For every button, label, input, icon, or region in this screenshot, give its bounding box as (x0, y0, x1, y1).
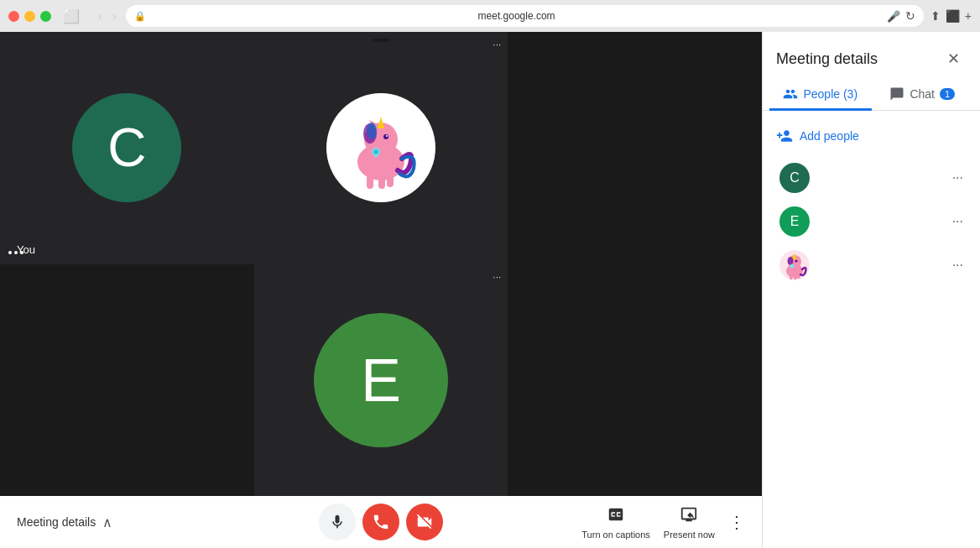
add-person-icon (776, 128, 793, 144)
present-label: Present now (664, 530, 715, 540)
avatar-e-large: E (314, 313, 448, 447)
end-call-button[interactable] (362, 504, 399, 540)
back-button[interactable]: ‹ (95, 8, 106, 24)
tab-people[interactable]: People (3) (769, 80, 872, 111)
forward-button[interactable]: › (109, 8, 120, 24)
dots-menu-bottom-mid[interactable]: ··· (493, 271, 501, 283)
tab-people-label: People (3) (803, 87, 858, 101)
video-cell-bottom-right (508, 264, 762, 497)
video-cell-top-left: C You (0, 32, 254, 264)
svg-rect-10 (387, 175, 394, 187)
video-button[interactable] (406, 504, 443, 540)
svg-rect-8 (367, 175, 373, 189)
captions-label: Turn on captions (581, 530, 650, 540)
svg-point-12 (373, 149, 378, 154)
mic-icon (329, 514, 346, 530)
unicorn-avatar (326, 93, 435, 202)
person-item-e: E ··· (776, 201, 967, 242)
unicorn-panel-svg (779, 250, 810, 280)
reload-button[interactable]: ↻ (905, 9, 915, 23)
you-label: You (17, 243, 35, 256)
person-menu-unicorn[interactable]: ··· (952, 258, 963, 273)
share-button[interactable]: ⬆ (930, 9, 941, 23)
svg-point-14 (385, 143, 394, 148)
people-icon (783, 86, 798, 102)
bottom-bar: Meeting details ∧ (0, 496, 762, 548)
minimize-traffic-light[interactable] (24, 11, 35, 22)
video-off-icon (415, 513, 434, 531)
captions-button[interactable]: Turn on captions (581, 505, 650, 540)
new-tab-button[interactable]: + (965, 9, 972, 23)
svg-rect-22 (794, 275, 797, 279)
avatar-unicorn-panel (779, 250, 810, 280)
unicorn-svg (335, 102, 427, 194)
url-text: meet.google.com (151, 10, 881, 22)
maximize-traffic-light[interactable] (40, 11, 51, 22)
tab-overview-button[interactable]: ⬛ (946, 9, 960, 23)
svg-point-4 (386, 135, 388, 137)
svg-point-19 (795, 260, 798, 263)
svg-rect-23 (797, 275, 800, 279)
bottom-center-controls (319, 504, 443, 540)
video-cell-top-mid: ··· (254, 32, 508, 264)
chat-badge: 1 (940, 88, 955, 100)
chat-icon (889, 86, 904, 102)
nav-arrows: ‹ › (95, 8, 119, 24)
video-grid: C You (0, 32, 762, 496)
svg-marker-2 (378, 117, 384, 128)
avatar-e-panel: E (779, 206, 810, 237)
lock-icon: 🔒 (134, 11, 146, 22)
panel-tabs: People (3) Chat 1 (763, 72, 980, 111)
present-button[interactable]: Present now (664, 505, 715, 540)
more-options-button[interactable]: ⋮ (728, 512, 745, 532)
video-cell-bottom-mid: E ··· (254, 264, 508, 497)
svg-rect-9 (378, 175, 385, 189)
panel-title: Meeting details (776, 50, 878, 68)
dots-menu-top-mid[interactable]: ··· (493, 39, 501, 50)
svg-point-7 (367, 123, 377, 139)
add-people-label: Add people (800, 129, 859, 143)
person-item-c: C ··· (776, 158, 967, 198)
bottom-right-actions: Turn on captions Present now ⋮ (581, 505, 745, 540)
video-cell-top-right (508, 32, 762, 264)
svg-rect-13 (374, 154, 378, 157)
close-traffic-light[interactable] (8, 11, 19, 22)
side-panel: Meeting details ✕ People (3) Chat 1 (762, 32, 980, 548)
person-item-unicorn: ··· (776, 245, 967, 285)
svg-point-20 (788, 257, 794, 265)
tab-chat[interactable]: Chat 1 (872, 80, 974, 111)
panel-header: Meeting details ✕ (763, 32, 980, 72)
meeting-details-label: Meeting details (17, 515, 96, 529)
svg-rect-21 (790, 275, 793, 279)
people-list: C ··· E ··· (776, 158, 967, 285)
mic-button[interactable] (319, 504, 356, 540)
captions-icon (607, 505, 625, 528)
main-area: C You (0, 32, 980, 548)
person-menu-c[interactable]: ··· (952, 170, 963, 185)
panel-close-button[interactable]: ✕ (940, 45, 967, 72)
captions-svg (607, 505, 625, 524)
svg-point-24 (790, 264, 795, 269)
add-people-button[interactable]: Add people (776, 121, 859, 151)
bottom-left: Meeting details ∧ (17, 514, 112, 530)
browser-chrome: ⬜ ‹ › 🔒 meet.google.com 🎤 ↻ ⬆ ⬛ + (0, 0, 980, 32)
traffic-lights (8, 11, 51, 22)
panel-body: Add people C ··· E ··· (763, 111, 980, 548)
address-bar[interactable]: 🔒 meet.google.com 🎤 ↻ (126, 5, 923, 27)
sidebar-toggle-button[interactable]: ⬜ (58, 7, 85, 26)
browser-actions: ⬆ ⬛ + (930, 9, 972, 23)
present-svg (680, 505, 698, 524)
meeting-details-toggle[interactable]: ∧ (102, 514, 112, 530)
video-area: C You (0, 32, 762, 548)
avatar-c: C (72, 93, 181, 202)
present-icon (680, 505, 698, 528)
person-menu-e[interactable]: ··· (952, 214, 963, 229)
svg-point-3 (383, 134, 388, 139)
name-bar (373, 39, 389, 42)
tab-chat-label: Chat (910, 87, 935, 101)
mic-recording-icon: 🎤 (887, 10, 900, 23)
video-cell-bottom-left (0, 264, 254, 497)
avatar-c-panel: C (779, 163, 810, 193)
end-call-icon (372, 513, 390, 531)
